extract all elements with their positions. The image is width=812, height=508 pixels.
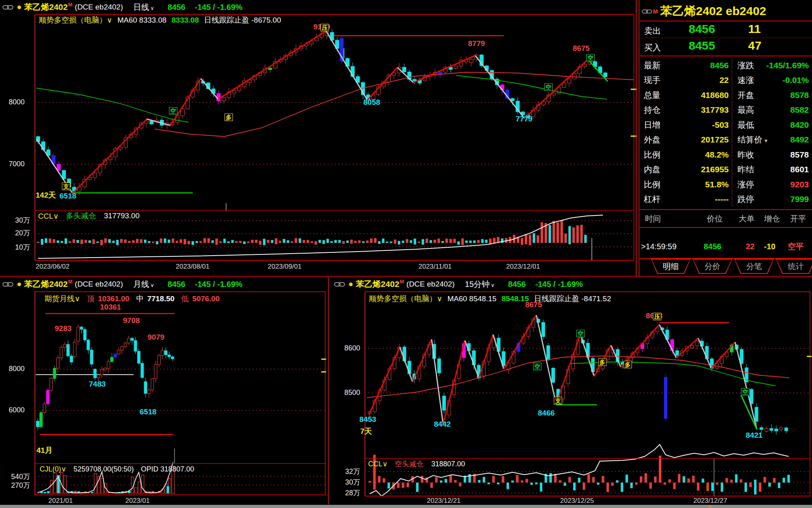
trading-workstation: 苯乙烯2402M (DCE eb2402) 日线∨ 8456 -145 / -1… xyxy=(0,0,812,508)
tab-trades[interactable]: 分笔 xyxy=(734,259,774,274)
period-selector-monthly[interactable]: 月线∨ xyxy=(133,279,154,290)
cjl-selector[interactable]: CJL(0)∨ xyxy=(40,465,66,473)
period-selector-m15[interactable]: 15分钟∨ xyxy=(465,279,495,290)
window-bottom-edge xyxy=(0,505,812,508)
tab-price-dist[interactable]: 分价 xyxy=(693,259,732,274)
bid-price[interactable]: 8455 xyxy=(689,39,715,52)
ccl-selector[interactable]: CCL∨ xyxy=(38,212,59,221)
status-dot xyxy=(709,505,711,508)
ccl-selector[interactable]: CCL∨ xyxy=(368,460,388,468)
tab-stats[interactable]: 统计 xyxy=(776,259,812,274)
charts-canvas[interactable] xyxy=(0,0,812,508)
indicator-selector[interactable]: 期货月线∨ xyxy=(44,294,80,304)
ask-price[interactable]: 8456 xyxy=(689,22,715,36)
indicator-selector[interactable]: 顺势多空损（电脑）∨ xyxy=(369,294,442,304)
period-selector-daily[interactable]: 日线∨ xyxy=(133,2,154,13)
tab-detail[interactable]: 明细 xyxy=(651,259,691,274)
indicator-selector[interactable]: 顺势多空损（电脑）∨ xyxy=(39,15,112,25)
